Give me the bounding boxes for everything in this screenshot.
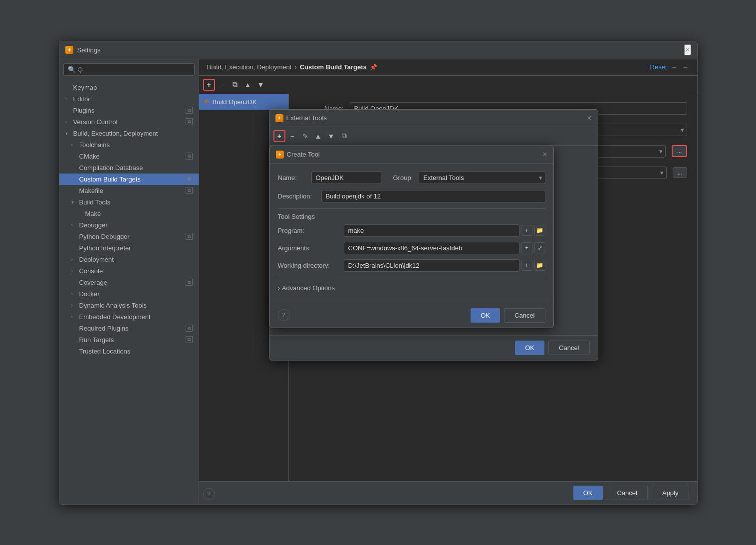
sidebar-item-label: Build Tools bbox=[79, 198, 193, 206]
badge: ⧉ bbox=[186, 336, 193, 343]
breadcrumb: Build, Execution, Deployment › Custom Bu… bbox=[207, 63, 377, 71]
ct-description-input[interactable] bbox=[321, 190, 545, 202]
chevron-right-icon: › bbox=[278, 284, 280, 292]
breadcrumb-separator: › bbox=[294, 63, 296, 71]
arrow-icon: › bbox=[65, 96, 71, 102]
main-help-button[interactable]: ? bbox=[203, 488, 215, 500]
sidebar-item-embedded-dev[interactable]: › Embedded Development bbox=[59, 311, 199, 323]
ext-tools-remove-button[interactable]: − bbox=[286, 130, 298, 142]
sidebar-item-docker[interactable]: › Docker bbox=[59, 288, 199, 300]
create-tool-footer-buttons: OK Cancel bbox=[471, 308, 545, 323]
sidebar-item-custom-build-targets[interactable]: Custom Build Targets ⧉ bbox=[59, 174, 199, 185]
search-box[interactable]: 🔍 bbox=[63, 63, 195, 76]
sidebar-item-makefile[interactable]: Makefile ⧉ bbox=[59, 185, 199, 196]
sidebar-item-trusted-locations[interactable]: Trusted Locations bbox=[59, 346, 199, 357]
advanced-options-label: Advanced Options bbox=[282, 284, 335, 292]
help-area: ? bbox=[203, 488, 215, 500]
clion-icon: ✦ bbox=[275, 114, 283, 122]
target-item[interactable]: ⚙ Build OpenJDK bbox=[199, 94, 288, 110]
ext-tools-footer-buttons: OK Cancel bbox=[515, 341, 589, 355]
section-divider bbox=[278, 208, 545, 209]
create-tool-cancel-button[interactable]: Cancel bbox=[504, 308, 545, 323]
sidebar-item-debugger[interactable]: › Debugger bbox=[59, 219, 199, 231]
program-add-icon-button[interactable]: + bbox=[521, 225, 532, 236]
ext-tools-copy-button[interactable]: ⧉ bbox=[338, 130, 350, 142]
ext-tools-close-button[interactable]: × bbox=[587, 114, 591, 123]
sidebar-item-coverage[interactable]: Coverage ⧉ bbox=[59, 277, 199, 288]
program-folder-button[interactable]: 📁 bbox=[534, 225, 545, 236]
ct-group-label: Group: bbox=[393, 174, 413, 182]
sidebar-item-python-interpreter[interactable]: Python Interpreter bbox=[59, 242, 199, 254]
ct-description-label: Description: bbox=[278, 192, 315, 200]
move-down-button[interactable]: ▼ bbox=[255, 79, 267, 91]
sidebar-item-required-plugins[interactable]: Required Plugins ⧉ bbox=[59, 323, 199, 334]
sidebar-item-build-tools[interactable]: ▾ Build Tools bbox=[59, 196, 199, 208]
ext-tools-ok-button[interactable]: OK bbox=[515, 341, 544, 355]
settings-window: ✦ Settings × 🔍 Keymap › Editor bbox=[59, 41, 698, 505]
sidebar-item-label: Compilation Database bbox=[79, 164, 193, 172]
cancel-button[interactable]: Cancel bbox=[607, 486, 648, 500]
window-close-button[interactable]: × bbox=[684, 44, 691, 55]
ct-working-dir-input[interactable] bbox=[344, 259, 519, 272]
ct-program-input[interactable] bbox=[344, 224, 519, 237]
nav-forward-button[interactable]: → bbox=[682, 63, 689, 71]
advanced-options-toggle[interactable]: › Advanced Options bbox=[278, 281, 545, 295]
sidebar-item-keymap[interactable]: Keymap bbox=[59, 82, 199, 93]
ext-tools-title-text: External Tools bbox=[286, 114, 327, 122]
sidebar-item-version-control[interactable]: › Version Control ⧉ bbox=[59, 116, 199, 128]
sidebar-item-cmake[interactable]: CMake ⧉ bbox=[59, 151, 199, 162]
target-item-label: Build OpenJDK bbox=[213, 98, 257, 106]
ext-tools-down-button[interactable]: ▼ bbox=[325, 130, 337, 142]
ok-button[interactable]: OK bbox=[573, 486, 603, 500]
working-dir-add-button[interactable]: + bbox=[521, 260, 532, 271]
tool-settings-label: Tool Settings bbox=[278, 213, 545, 220]
sidebar-item-dynamic-analysis[interactable]: › Dynamic Analysis Tools bbox=[59, 300, 199, 311]
arrow-icon: ▾ bbox=[71, 199, 77, 205]
create-tool-close-button[interactable]: × bbox=[542, 150, 547, 159]
sidebar-item-label: Debugger bbox=[79, 221, 193, 229]
ext-tools-add-button[interactable]: + bbox=[273, 130, 285, 142]
ext-tools-edit-button[interactable]: ✎ bbox=[299, 130, 311, 142]
sidebar-item-label: Coverage bbox=[79, 279, 184, 286]
badge: ⧉ bbox=[186, 233, 193, 240]
build-ellipsis-button[interactable]: ... bbox=[672, 145, 687, 157]
ext-tools-cancel-button[interactable]: Cancel bbox=[548, 341, 589, 355]
badge: ⧉ bbox=[186, 153, 193, 160]
sidebar-item-label: Make bbox=[85, 210, 193, 217]
arguments-expand-button[interactable]: ⤢ bbox=[534, 242, 545, 253]
ext-tools-up-button[interactable]: ▲ bbox=[312, 130, 324, 142]
sidebar-item-toolchains[interactable]: › Toolchains bbox=[59, 139, 199, 151]
sidebar-tree: Keymap › Editor Plugins ⧉ › Version Cont… bbox=[59, 80, 199, 504]
sidebar-item-build-exec[interactable]: ▾ Build, Execution, Deployment bbox=[59, 128, 199, 139]
move-up-button[interactable]: ▲ bbox=[242, 79, 254, 91]
sidebar-item-run-targets[interactable]: Run Targets ⧉ bbox=[59, 334, 199, 346]
ct-name-input[interactable] bbox=[311, 172, 381, 184]
sidebar-item-console[interactable]: › Console bbox=[59, 265, 199, 277]
search-input[interactable] bbox=[78, 66, 190, 73]
ct-group-select[interactable]: External Tools bbox=[419, 172, 545, 184]
add-target-button[interactable]: + bbox=[203, 79, 215, 91]
ct-arguments-input[interactable] bbox=[344, 242, 519, 254]
arrow-icon: › bbox=[71, 142, 77, 148]
arrow-icon: › bbox=[71, 314, 77, 320]
ext-tools-footer: OK Cancel bbox=[269, 335, 598, 360]
arrow-icon: › bbox=[71, 268, 77, 274]
reset-button[interactable]: Reset bbox=[650, 63, 667, 71]
create-tool-ok-button[interactable]: OK bbox=[471, 308, 500, 323]
working-dir-folder-button[interactable]: 📁 bbox=[534, 260, 545, 271]
sidebar-item-plugins[interactable]: Plugins ⧉ bbox=[59, 105, 199, 116]
arguments-add-button[interactable]: + bbox=[521, 242, 532, 253]
help-button[interactable]: ? bbox=[278, 309, 290, 321]
clean-ellipsis-button[interactable]: ... bbox=[673, 167, 687, 178]
remove-target-button[interactable]: − bbox=[216, 79, 228, 91]
sidebar-item-python-debugger[interactable]: Python Debugger ⧉ bbox=[59, 231, 199, 242]
copy-target-button[interactable]: ⧉ bbox=[229, 79, 241, 91]
create-tool-body: Name: Group: External Tools ▾ bbox=[270, 164, 553, 303]
sidebar-item-compilation-db[interactable]: Compilation Database bbox=[59, 162, 199, 174]
nav-back-button[interactable]: ← bbox=[671, 63, 678, 71]
sidebar-item-deployment[interactable]: › Deployment bbox=[59, 254, 199, 265]
sidebar-item-label: Editor bbox=[73, 95, 193, 103]
sidebar-item-editor[interactable]: › Editor bbox=[59, 93, 199, 105]
sidebar-item-make[interactable]: Make bbox=[59, 208, 199, 219]
apply-button[interactable]: Apply bbox=[652, 486, 689, 500]
